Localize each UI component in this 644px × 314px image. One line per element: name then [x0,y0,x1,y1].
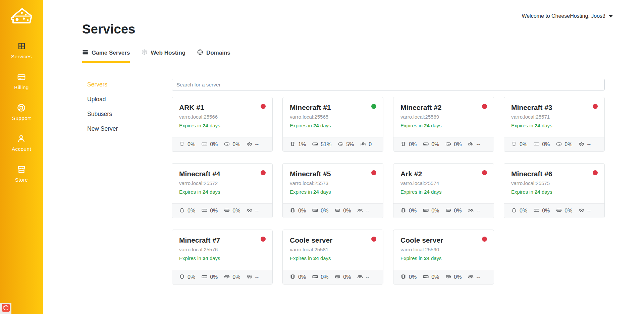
players-value: -- [255,274,259,280]
expires-days: 24 [313,189,319,195]
server-card[interactable]: Minecraft #4 varro.local:25572 Expires i… [172,163,273,218]
players-value: -- [255,141,259,147]
memory-icon [423,273,429,281]
server-stats-bar: 0% 0% [172,270,272,284]
server-host: varro.local:25569 [400,114,487,120]
memory-stat: 0% [201,207,218,215]
status-dot [482,170,487,175]
disk-icon [445,141,451,148]
memory-value: 0% [321,208,328,214]
server-stats-bar: 0% 0% [283,270,383,284]
cpu-icon [400,207,407,215]
sidebar-item-label: Account [12,146,31,152]
cpu-stat: 0% [511,141,527,148]
subnav-item-new-server[interactable]: New Server [87,125,172,132]
disk-icon [556,141,562,148]
memory-icon [312,273,318,281]
cpu-stat: 0% [289,273,306,281]
memory-stat: 0% [423,141,439,148]
tab-domains[interactable]: Domains [197,49,230,62]
server-host: varro.local:25571 [511,114,597,120]
memory-stat: 0% [312,273,328,281]
servers-panel: ARK #1 varro.local:25566 Expires in 24 d… [172,79,605,285]
status-dot [482,237,487,242]
memory-value: 0% [210,141,218,147]
memory-stat: 0% [423,207,439,215]
players-icon [246,141,253,148]
sidebar-item-account[interactable]: Account [12,134,31,152]
players-value: -- [366,208,369,214]
sidebar: Services Billing Support Account Store [0,0,43,314]
server-host: varro.local:25574 [400,180,487,186]
disk-value: 0% [232,274,240,280]
expires-text: Expires in 24 days [179,123,265,128]
players-value: 0 [369,141,372,147]
subnav-item-upload[interactable]: Upload [87,96,172,103]
tab-game-servers[interactable]: Game Servers [82,49,130,62]
server-card[interactable]: Coole server varro.local:25590 Expires i… [393,230,494,285]
disk-stat: 0% [556,207,572,215]
memory-value: 51% [321,141,331,147]
expires-prefix: Expires in [511,189,533,195]
server-card[interactable]: Minecraft #7 varro.local:25576 Expires i… [172,230,273,285]
expires-suffix: days [320,123,331,128]
sidebar-item-billing[interactable]: Billing [14,72,29,90]
cpu-stat: 0% [179,141,195,148]
laravel-badge[interactable] [0,303,11,314]
account-dropdown[interactable]: Welcome to CheeseHosting, Joost! [522,13,613,19]
server-name: Minecraft #2 [400,104,487,112]
subnav-item-servers[interactable]: Servers [87,81,172,88]
page-title: Services [82,22,605,37]
subnav-item-subusers[interactable]: Subusers [87,111,172,118]
memory-value: 0% [542,141,550,147]
memory-icon [423,141,429,148]
cheese-logo[interactable] [11,7,32,25]
server-card[interactable]: Ark #2 varro.local:25574 Expires in 24 d… [393,163,494,218]
server-card[interactable]: Minecraft #5 varro.local:25573 Expires i… [282,163,383,218]
search-input[interactable] [172,79,605,90]
server-card[interactable]: Minecraft #6 varro.local:25575 Expires i… [504,163,605,218]
status-dot [371,237,376,242]
expires-days: 24 [535,123,540,128]
server-name: Coole server [290,236,376,244]
expires-prefix: Expires in [400,189,423,195]
server-stats-bar: 1% 51% [283,137,383,151]
sidebar-item-services[interactable]: Services [11,42,32,60]
server-card-body: Minecraft #4 varro.local:25572 Expires i… [172,164,272,203]
players-icon [360,141,366,148]
server-host: varro.local:25565 [290,114,376,120]
server-card[interactable]: Minecraft #2 varro.local:25569 Expires i… [393,97,494,152]
main-content: Welcome to CheeseHosting, Joost! Service… [43,0,644,314]
status-dot [261,237,266,242]
server-stats-bar: 0% 0% [393,270,494,284]
players-icon [468,207,474,215]
server-stats-bar: 0% 0% [393,137,494,151]
grid-icon [17,42,26,51]
cpu-value: 0% [409,274,417,280]
server-card[interactable]: Minecraft #3 varro.local:25571 Expires i… [504,97,605,152]
status-dot [261,170,266,175]
server-card[interactable]: Minecraft #1 varro.local:25565 Expires i… [282,97,383,152]
expires-text: Expires in 24 days [290,189,376,195]
status-dot [593,170,598,175]
memory-stat: 0% [312,207,328,215]
server-host: varro.local:25575 [511,180,597,186]
tab-web-hosting[interactable]: Web Hosting [141,49,185,62]
expires-text: Expires in 24 days [511,123,597,128]
sidebar-item-label: Services [11,54,32,60]
expires-suffix: days [431,255,442,261]
sidebar-item-support[interactable]: Support [12,103,31,121]
players-icon [468,273,474,281]
server-card-body: Minecraft #6 varro.local:25575 Expires i… [504,164,604,203]
server-card-body: Minecraft #7 varro.local:25576 Expires i… [172,230,272,270]
sidebar-item-store[interactable]: Store [15,165,28,183]
players-stat: -- [246,207,259,215]
server-card[interactable]: Coole server varro.local:25581 Expires i… [282,230,383,285]
disk-icon [337,141,344,148]
disk-stat: 0% [334,207,351,215]
cpu-icon [511,141,517,148]
cpu-value: 0% [520,141,527,147]
server-stats-bar: 0% 0% [172,137,272,151]
server-card[interactable]: ARK #1 varro.local:25566 Expires in 24 d… [172,97,273,152]
disk-value: 0% [454,141,462,147]
